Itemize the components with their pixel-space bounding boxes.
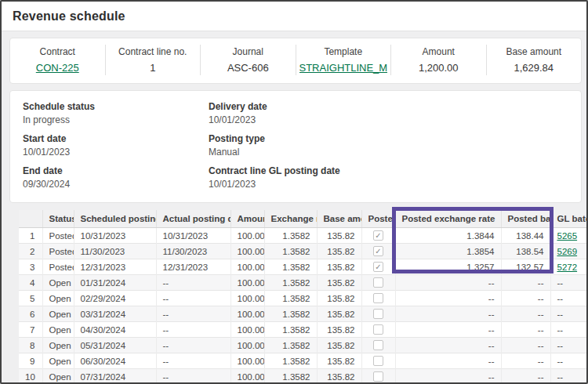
summary-value: 1,629.84 <box>490 62 579 74</box>
status-cell: Open <box>42 306 74 322</box>
scheduled-posting-date-cell: 03/31/2024 <box>74 306 156 322</box>
posted-base-amount-cell: -- <box>501 338 550 353</box>
schedule-row: 9Open06/30/2024--100.001.3582135.82-----… <box>19 353 588 369</box>
summary-label: Contract <box>13 46 102 57</box>
amount-cell: 100.00 <box>230 338 264 353</box>
base-amount-cell: 135.82 <box>317 291 361 306</box>
col-posted-base-amount: Posted base amount <box>501 210 550 228</box>
schedule-row: 10Open07/31/2024--100.001.3582135.82----… <box>19 369 588 384</box>
col-status: Status <box>42 210 74 228</box>
gl-batch-link[interactable]: 5272 <box>557 263 578 272</box>
posted-checkbox-checked[interactable]: ✓ <box>373 230 383 241</box>
contract-link[interactable]: CON-225 <box>36 62 79 74</box>
detail-right-column: Delivery date 10/01/2023 Posting type Ma… <box>209 101 568 197</box>
row-number: 10 <box>19 369 42 384</box>
scheduled-posting-date-cell: 01/31/2024 <box>74 275 156 291</box>
posted-checkbox-checked[interactable]: ✓ <box>373 246 383 256</box>
amount-cell: 100.00 <box>230 259 264 275</box>
posted-base-amount-cell: 138.54 <box>501 244 550 259</box>
exchange-rate-cell: 1.3582 <box>264 259 317 275</box>
posted-checkbox-unchecked[interactable] <box>373 293 383 303</box>
schedule-row: 8Open05/31/2024--100.001.3582135.82-----… <box>19 338 588 353</box>
actual-posting-date-cell: -- <box>156 353 230 369</box>
field-value: 10/01/2023 <box>209 114 568 125</box>
amount-cell: 100.00 <box>230 353 264 369</box>
gl-batch-cell: 5269 <box>550 244 588 259</box>
gl-batch-cell: 5272 <box>550 259 588 275</box>
posted-cell: ✓ <box>361 228 395 244</box>
base-amount-cell: 135.82 <box>317 259 361 275</box>
posted-checkbox-checked[interactable]: ✓ <box>373 262 383 272</box>
row-number: 1 <box>19 228 42 244</box>
scheduled-posting-date-cell: 04/30/2024 <box>74 322 156 338</box>
field-value: Manual <box>209 147 568 158</box>
gl-batch-cell: -- <box>550 353 588 369</box>
field-value: 10/01/2023 <box>23 147 209 158</box>
col-actual-posting-date: Actual posting date <box>156 210 230 228</box>
row-number: 8 <box>19 338 42 353</box>
posted-checkbox-unchecked[interactable] <box>373 277 383 288</box>
posted-checkbox-unchecked[interactable] <box>373 371 383 382</box>
revenue-schedule-window: Revenue schedule Contract CON-225 Contra… <box>0 0 588 384</box>
posted-exchange-rate-cell: -- <box>395 275 501 291</box>
field-posting-type: Posting type Manual <box>209 133 568 158</box>
posted-checkbox-unchecked[interactable] <box>373 340 383 350</box>
row-number: 5 <box>19 291 42 306</box>
actual-posting-date-cell: 12/31/2023 <box>156 259 230 275</box>
summary-label: Contract line no. <box>109 46 198 57</box>
field-value: In progress <box>23 114 209 125</box>
col-posted: Posted <box>361 210 395 228</box>
exchange-rate-cell: 1.3582 <box>264 291 317 306</box>
posted-checkbox-unchecked[interactable] <box>373 356 383 366</box>
summary-field-journal: Journal ASC-606 <box>200 45 296 75</box>
exchange-rate-cell: 1.3582 <box>264 306 317 322</box>
schedule-row: 1Posted10/31/202310/31/2023100.001.35821… <box>19 228 588 244</box>
summary-field-template: Template STRAIGHTLINE_MANUA <box>296 45 391 75</box>
field-label: Start date <box>23 133 209 144</box>
posted-checkbox-unchecked[interactable] <box>373 324 383 335</box>
schedule-row: 6Open03/31/2024--100.001.3582135.82-----… <box>19 306 588 322</box>
actual-posting-date-cell: 10/31/2023 <box>156 228 230 244</box>
field-label: Posting type <box>209 133 568 144</box>
col-posted-exchange-rate: Posted exchange rate <box>395 210 501 228</box>
posted-cell <box>361 338 395 353</box>
posted-exchange-rate-cell: -- <box>395 306 501 322</box>
field-label: Contract line GL posting date <box>209 165 568 176</box>
exchange-rate-cell: 1.3582 <box>264 338 317 353</box>
schedule-row: 4Open01/31/2024--100.001.3582135.82-----… <box>19 275 588 291</box>
scheduled-posting-date-cell: 06/30/2024 <box>74 353 156 369</box>
posted-checkbox-unchecked[interactable] <box>373 309 383 319</box>
posted-base-amount-cell: 138.44 <box>501 228 550 244</box>
exchange-rate-cell: 1.3582 <box>264 275 317 291</box>
base-amount-cell: 135.82 <box>317 275 361 291</box>
summary-value: 1,200.00 <box>394 62 483 74</box>
base-amount-cell: 135.82 <box>317 244 361 259</box>
template-link[interactable]: STRAIGHTLINE_MANUA <box>299 62 388 74</box>
posted-base-amount-cell: 132.57 <box>501 259 550 275</box>
posted-cell: ✓ <box>361 244 395 259</box>
base-amount-cell: 135.82 <box>317 228 361 244</box>
summary-field-contract-line-no: Contract line no. 1 <box>105 45 201 75</box>
summary-value: ASC-606 <box>204 62 292 74</box>
status-cell: Open <box>42 353 74 369</box>
actual-posting-date-cell: 11/30/2023 <box>156 244 230 259</box>
row-number: 7 <box>19 322 42 338</box>
posted-base-amount-cell: -- <box>501 322 550 338</box>
posted-exchange-rate-cell: -- <box>395 291 501 306</box>
page-content: Contract CON-225 Contract line no. 1 Jou… <box>2 31 586 384</box>
gl-batch-cell: -- <box>550 275 588 291</box>
scheduled-posting-date-cell: 11/30/2023 <box>74 244 156 259</box>
status-cell: Posted <box>42 228 74 244</box>
field-label: Delivery date <box>209 101 568 112</box>
summary-label: Amount <box>394 46 483 57</box>
base-amount-cell: 135.82 <box>317 322 361 338</box>
gl-batch-link[interactable]: 5265 <box>557 231 578 241</box>
gl-batch-cell: 5265 <box>550 228 588 244</box>
gl-batch-link[interactable]: 5269 <box>557 247 578 256</box>
summary-field-amount: Amount 1,200.00 <box>390 45 486 75</box>
summary-card: Contract CON-225 Contract line no. 1 Jou… <box>9 38 582 84</box>
amount-cell: 100.00 <box>230 228 264 244</box>
actual-posting-date-cell: -- <box>156 291 230 306</box>
status-cell: Open <box>42 322 74 338</box>
scheduled-posting-date-cell: 02/29/2024 <box>74 291 156 306</box>
